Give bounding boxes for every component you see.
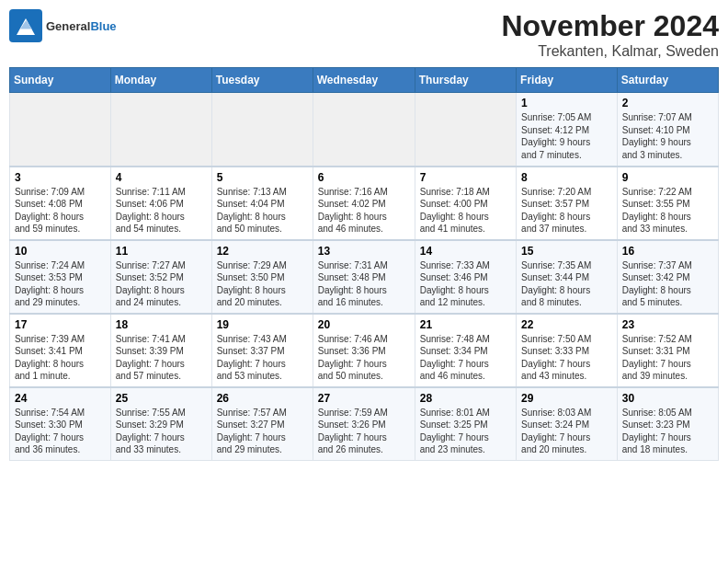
day-info: Sunrise: 7:07 AM Sunset: 4:10 PM Dayligh… bbox=[622, 111, 713, 161]
calendar-cell: 21Sunrise: 7:48 AM Sunset: 3:34 PM Dayli… bbox=[415, 314, 516, 387]
day-number: 1 bbox=[521, 97, 612, 109]
logo: GeneralBlue bbox=[9, 9, 117, 42]
day-info: Sunrise: 7:31 AM Sunset: 3:48 PM Dayligh… bbox=[318, 259, 410, 309]
day-number: 27 bbox=[318, 392, 410, 405]
day-number: 2 bbox=[622, 97, 713, 109]
day-info: Sunrise: 7:46 AM Sunset: 3:36 PM Dayligh… bbox=[318, 333, 410, 383]
calendar-header-row: SundayMondayTuesdayWednesdayThursdayFrid… bbox=[10, 68, 719, 93]
logo-icon bbox=[9, 9, 42, 42]
calendar-cell: 25Sunrise: 7:55 AM Sunset: 3:29 PM Dayli… bbox=[110, 387, 211, 461]
week-row-3: 10Sunrise: 7:24 AM Sunset: 3:53 PM Dayli… bbox=[10, 240, 719, 314]
day-number: 9 bbox=[622, 171, 713, 184]
day-number: 26 bbox=[217, 392, 308, 405]
header-saturday: Saturday bbox=[617, 68, 718, 93]
calendar-cell: 29Sunrise: 8:03 AM Sunset: 3:24 PM Dayli… bbox=[517, 387, 618, 461]
calendar-cell: 22Sunrise: 7:50 AM Sunset: 3:33 PM Dayli… bbox=[517, 314, 618, 387]
header-thursday: Thursday bbox=[415, 68, 516, 93]
calendar-cell: 26Sunrise: 7:57 AM Sunset: 3:27 PM Dayli… bbox=[211, 387, 313, 461]
calendar-cell: 30Sunrise: 8:05 AM Sunset: 3:23 PM Dayli… bbox=[617, 387, 718, 461]
calendar-cell: 20Sunrise: 7:46 AM Sunset: 3:36 PM Dayli… bbox=[313, 314, 415, 387]
day-number: 12 bbox=[217, 245, 308, 258]
day-info: Sunrise: 7:35 AM Sunset: 3:44 PM Dayligh… bbox=[521, 259, 612, 309]
day-info: Sunrise: 7:29 AM Sunset: 3:50 PM Dayligh… bbox=[217, 259, 308, 309]
day-number: 6 bbox=[318, 171, 410, 184]
day-number: 5 bbox=[217, 171, 308, 184]
day-info: Sunrise: 7:13 AM Sunset: 4:04 PM Dayligh… bbox=[217, 186, 308, 236]
day-info: Sunrise: 7:20 AM Sunset: 3:57 PM Dayligh… bbox=[521, 186, 612, 236]
day-info: Sunrise: 7:16 AM Sunset: 4:02 PM Dayligh… bbox=[318, 186, 410, 236]
day-info: Sunrise: 7:11 AM Sunset: 4:06 PM Dayligh… bbox=[116, 186, 207, 236]
day-info: Sunrise: 7:37 AM Sunset: 3:42 PM Dayligh… bbox=[622, 259, 713, 309]
week-row-5: 24Sunrise: 7:54 AM Sunset: 3:30 PM Dayli… bbox=[10, 387, 719, 461]
day-info: Sunrise: 7:48 AM Sunset: 3:34 PM Dayligh… bbox=[420, 333, 511, 383]
calendar-cell: 15Sunrise: 7:35 AM Sunset: 3:44 PM Dayli… bbox=[517, 240, 618, 314]
day-number: 13 bbox=[318, 245, 410, 258]
calendar-cell bbox=[415, 93, 516, 167]
calendar-table: SundayMondayTuesdayWednesdayThursdayFrid… bbox=[9, 67, 719, 461]
day-info: Sunrise: 7:18 AM Sunset: 4:00 PM Dayligh… bbox=[420, 186, 511, 236]
day-info: Sunrise: 7:05 AM Sunset: 4:12 PM Dayligh… bbox=[521, 111, 612, 161]
calendar-cell: 17Sunrise: 7:39 AM Sunset: 3:41 PM Dayli… bbox=[10, 314, 111, 387]
day-number: 20 bbox=[318, 318, 410, 331]
day-info: Sunrise: 8:03 AM Sunset: 3:24 PM Dayligh… bbox=[521, 407, 612, 456]
day-number: 7 bbox=[420, 171, 511, 184]
header-friday: Friday bbox=[517, 68, 618, 93]
day-number: 17 bbox=[15, 318, 106, 331]
day-number: 16 bbox=[622, 245, 713, 258]
calendar-cell: 23Sunrise: 7:52 AM Sunset: 3:31 PM Dayli… bbox=[617, 314, 718, 387]
title-block: November 2024 Trekanten, Kalmar, Sweden bbox=[501, 9, 719, 60]
calendar-cell: 8Sunrise: 7:20 AM Sunset: 3:57 PM Daylig… bbox=[517, 167, 618, 240]
day-number: 23 bbox=[622, 318, 713, 331]
day-number: 22 bbox=[521, 318, 612, 331]
calendar-cell: 14Sunrise: 7:33 AM Sunset: 3:46 PM Dayli… bbox=[415, 240, 516, 314]
calendar-cell bbox=[10, 93, 111, 167]
day-number: 19 bbox=[217, 318, 308, 331]
calendar-cell: 18Sunrise: 7:41 AM Sunset: 3:39 PM Dayli… bbox=[110, 314, 211, 387]
day-number: 24 bbox=[15, 392, 106, 405]
day-info: Sunrise: 8:05 AM Sunset: 3:23 PM Dayligh… bbox=[622, 407, 713, 456]
day-info: Sunrise: 7:22 AM Sunset: 3:55 PM Dayligh… bbox=[622, 186, 713, 236]
day-number: 10 bbox=[15, 245, 106, 258]
calendar-cell: 9Sunrise: 7:22 AM Sunset: 3:55 PM Daylig… bbox=[617, 167, 718, 240]
calendar-cell: 6Sunrise: 7:16 AM Sunset: 4:02 PM Daylig… bbox=[313, 167, 415, 240]
day-info: Sunrise: 7:41 AM Sunset: 3:39 PM Dayligh… bbox=[116, 333, 207, 383]
day-number: 25 bbox=[116, 392, 207, 405]
calendar-cell: 19Sunrise: 7:43 AM Sunset: 3:37 PM Dayli… bbox=[211, 314, 313, 387]
page-header: GeneralBlue November 2024 Trekanten, Kal… bbox=[9, 9, 719, 60]
day-number: 28 bbox=[420, 392, 511, 405]
day-info: Sunrise: 7:50 AM Sunset: 3:33 PM Dayligh… bbox=[521, 333, 612, 383]
day-info: Sunrise: 7:43 AM Sunset: 3:37 PM Dayligh… bbox=[217, 333, 308, 383]
day-info: Sunrise: 7:54 AM Sunset: 3:30 PM Dayligh… bbox=[15, 407, 106, 456]
calendar-cell bbox=[110, 93, 211, 167]
calendar-cell bbox=[211, 93, 313, 167]
calendar-cell: 24Sunrise: 7:54 AM Sunset: 3:30 PM Dayli… bbox=[10, 387, 111, 461]
day-info: Sunrise: 7:33 AM Sunset: 3:46 PM Dayligh… bbox=[420, 259, 511, 309]
header-wednesday: Wednesday bbox=[313, 68, 415, 93]
header-monday: Monday bbox=[110, 68, 211, 93]
calendar-cell: 1Sunrise: 7:05 AM Sunset: 4:12 PM Daylig… bbox=[517, 93, 618, 167]
calendar-cell: 3Sunrise: 7:09 AM Sunset: 4:08 PM Daylig… bbox=[10, 167, 111, 240]
week-row-1: 1Sunrise: 7:05 AM Sunset: 4:12 PM Daylig… bbox=[10, 93, 719, 167]
day-info: Sunrise: 7:24 AM Sunset: 3:53 PM Dayligh… bbox=[15, 259, 106, 309]
day-number: 18 bbox=[116, 318, 207, 331]
calendar-cell: 4Sunrise: 7:11 AM Sunset: 4:06 PM Daylig… bbox=[110, 167, 211, 240]
calendar-cell: 2Sunrise: 7:07 AM Sunset: 4:10 PM Daylig… bbox=[617, 93, 718, 167]
day-info: Sunrise: 7:59 AM Sunset: 3:26 PM Dayligh… bbox=[318, 407, 410, 456]
calendar-cell bbox=[313, 93, 415, 167]
calendar-cell: 10Sunrise: 7:24 AM Sunset: 3:53 PM Dayli… bbox=[10, 240, 111, 314]
day-number: 30 bbox=[622, 392, 713, 405]
week-row-2: 3Sunrise: 7:09 AM Sunset: 4:08 PM Daylig… bbox=[10, 167, 719, 240]
logo-text-blue: Blue bbox=[90, 19, 116, 33]
calendar-cell: 12Sunrise: 7:29 AM Sunset: 3:50 PM Dayli… bbox=[211, 240, 313, 314]
calendar-cell: 11Sunrise: 7:27 AM Sunset: 3:52 PM Dayli… bbox=[110, 240, 211, 314]
calendar-cell: 13Sunrise: 7:31 AM Sunset: 3:48 PM Dayli… bbox=[313, 240, 415, 314]
header-sunday: Sunday bbox=[10, 68, 111, 93]
day-number: 11 bbox=[116, 245, 207, 258]
day-number: 4 bbox=[116, 171, 207, 184]
calendar-subtitle: Trekanten, Kalmar, Sweden bbox=[501, 43, 719, 60]
header-tuesday: Tuesday bbox=[211, 68, 313, 93]
day-number: 3 bbox=[15, 171, 106, 184]
logo-text-general: General bbox=[46, 19, 90, 33]
calendar-cell: 27Sunrise: 7:59 AM Sunset: 3:26 PM Dayli… bbox=[313, 387, 415, 461]
day-info: Sunrise: 7:55 AM Sunset: 3:29 PM Dayligh… bbox=[116, 407, 207, 456]
